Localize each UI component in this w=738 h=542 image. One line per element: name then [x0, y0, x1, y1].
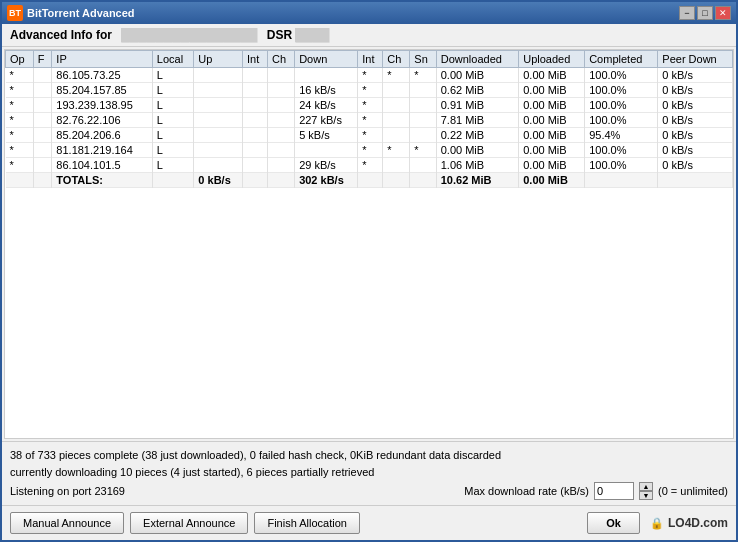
close-button[interactable]: ✕ [715, 6, 731, 20]
col-op: Op [6, 51, 34, 68]
table-cell [33, 143, 52, 158]
buttons-area: Manual Announce External Announce Finish… [2, 505, 736, 540]
totals-cell [268, 173, 295, 188]
table-cell: * [6, 83, 34, 98]
status-line1: 38 of 733 pieces complete (38 just downl… [10, 447, 728, 464]
minimize-button[interactable]: − [679, 6, 695, 20]
table-cell [243, 68, 268, 83]
totals-cell: 0.00 MiB [519, 173, 585, 188]
table-cell: 86.104.101.5 [52, 158, 153, 173]
col-f: F [33, 51, 52, 68]
table-cell [194, 158, 243, 173]
table-cell [383, 128, 410, 143]
download-rate-control: Max download rate (kB/s) ▲ ▼ (0 = unlimi… [464, 482, 728, 500]
table-row: *85.204.206.6L5 kB/s*0.22 MiB0.00 MiB95.… [6, 128, 733, 143]
table-cell [33, 83, 52, 98]
totals-cell [358, 173, 383, 188]
col-completed: Completed [585, 51, 658, 68]
totals-cell [33, 173, 52, 188]
table-cell: 29 kB/s [295, 158, 358, 173]
totals-cell [410, 173, 436, 188]
table-cell: 0.00 MiB [519, 98, 585, 113]
table-cell: 0.00 MiB [519, 113, 585, 128]
table-row: *85.204.157.85L16 kB/s*0.62 MiB0.00 MiB1… [6, 83, 733, 98]
table-cell: 85.204.157.85 [52, 83, 153, 98]
spin-up[interactable]: ▲ [639, 482, 653, 491]
table-header-row: Op F IP Local Up Int Ch Down Int Ch Sn D… [6, 51, 733, 68]
status-line2: currently downloading 10 pieces (4 just … [10, 464, 728, 481]
table-cell: * [358, 158, 383, 173]
totals-cell: 0 kB/s [194, 173, 243, 188]
table-cell: 0 kB/s [658, 68, 733, 83]
table-cell [410, 98, 436, 113]
peers-table-container[interactable]: Op F IP Local Up Int Ch Down Int Ch Sn D… [4, 49, 734, 439]
table-cell: * [410, 143, 436, 158]
table-cell [33, 68, 52, 83]
external-announce-button[interactable]: External Announce [130, 512, 248, 534]
col-ch2: Ch [383, 51, 410, 68]
table-cell: * [6, 98, 34, 113]
table-cell: 100.0% [585, 83, 658, 98]
table-cell [268, 83, 295, 98]
lo4d-logo: LO4D.com [668, 516, 728, 530]
table-cell: 0.00 MiB [436, 68, 519, 83]
app-icon: BT [7, 5, 23, 21]
table-cell: * [6, 128, 34, 143]
table-cell [268, 98, 295, 113]
table-cell: * [358, 83, 383, 98]
table-cell: 0 kB/s [658, 113, 733, 128]
maximize-button[interactable]: □ [697, 6, 713, 20]
rate-spinner[interactable]: ▲ ▼ [639, 482, 653, 500]
table-cell [33, 113, 52, 128]
col-sn: Sn [410, 51, 436, 68]
table-cell: 227 kB/s [295, 113, 358, 128]
table-cell: 24 kB/s [295, 98, 358, 113]
table-cell: 86.105.73.25 [52, 68, 153, 83]
manual-announce-button[interactable]: Manual Announce [10, 512, 124, 534]
window-controls: − □ ✕ [679, 6, 731, 20]
table-cell [33, 128, 52, 143]
table-cell: 81.181.219.164 [52, 143, 153, 158]
table-cell [243, 98, 268, 113]
table-cell: 16 kB/s [295, 83, 358, 98]
table-cell: 100.0% [585, 68, 658, 83]
table-cell: * [6, 113, 34, 128]
table-cell: * [383, 68, 410, 83]
table-cell: L [152, 143, 194, 158]
totals-cell [243, 173, 268, 188]
table-cell: 193.239.138.95 [52, 98, 153, 113]
finish-allocation-button[interactable]: Finish Allocation [254, 512, 360, 534]
table-totals-row: TOTALS:0 kB/s302 kB/s10.62 MiB0.00 MiB [6, 173, 733, 188]
totals-cell [585, 173, 658, 188]
col-downloaded: Downloaded [436, 51, 519, 68]
table-cell: L [152, 98, 194, 113]
peers-table: Op F IP Local Up Int Ch Down Int Ch Sn D… [5, 50, 733, 188]
table-cell: 0.22 MiB [436, 128, 519, 143]
table-cell: 0 kB/s [658, 158, 733, 173]
info-bar: Advanced Info for ████████████████ DSR █… [2, 24, 736, 47]
totals-cell [658, 173, 733, 188]
totals-cell [6, 173, 34, 188]
table-cell: 82.76.22.106 [52, 113, 153, 128]
download-rate-input[interactable] [594, 482, 634, 500]
table-cell [383, 113, 410, 128]
col-up: Up [194, 51, 243, 68]
table-cell [268, 158, 295, 173]
table-cell: * [358, 68, 383, 83]
table-cell [268, 113, 295, 128]
table-cell: 100.0% [585, 98, 658, 113]
table-cell [295, 143, 358, 158]
window-title: BitTorrent Advanced [27, 7, 135, 19]
table-cell [383, 98, 410, 113]
totals-cell: 10.62 MiB [436, 173, 519, 188]
table-cell: L [152, 83, 194, 98]
table-cell: * [358, 98, 383, 113]
table-cell [33, 158, 52, 173]
spin-down[interactable]: ▼ [639, 491, 653, 500]
totals-cell [383, 173, 410, 188]
table-cell [243, 143, 268, 158]
table-cell [410, 158, 436, 173]
ok-button[interactable]: Ok [587, 512, 640, 534]
table-cell: * [6, 68, 34, 83]
col-int2: Int [358, 51, 383, 68]
